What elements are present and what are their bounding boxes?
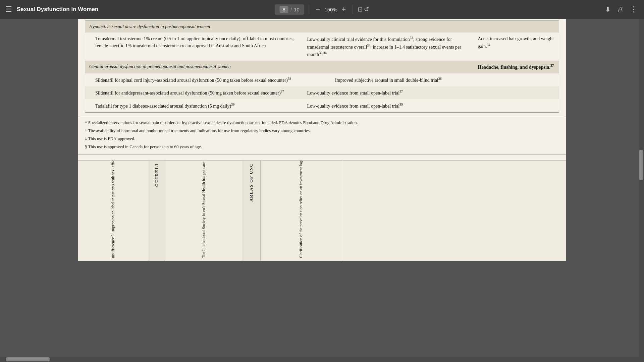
treatment-sildenafil-antidep: Sildenafil for antidepressant-associated… bbox=[85, 86, 303, 99]
horizontal-scrollbar[interactable] bbox=[0, 357, 639, 362]
zoom-in-button[interactable]: + bbox=[340, 5, 348, 14]
table-row: Genital arousal dysfunction in premenopa… bbox=[85, 61, 559, 73]
toolbar: ☰ Sexual Dysfunction in Women 8 / 10 − 1… bbox=[0, 0, 644, 19]
zoom-level: 150% bbox=[322, 7, 340, 12]
evidence-sildenafil-antidep: Low-quality evidence from small open-lab… bbox=[303, 86, 474, 99]
section-header-genital-side: Headache, flushing, and dyspepsia.37 bbox=[474, 61, 559, 73]
table-row: Hypoactive sexual desire dysfunction in … bbox=[85, 21, 559, 33]
menu-button[interactable]: ☰ bbox=[5, 5, 12, 14]
treatment-sildenafil-spinal: Sildenafil for spinal cord injury–associ… bbox=[85, 73, 303, 86]
footnote-3: ‡ This use is FDA-approved. bbox=[85, 135, 559, 142]
footnote-1: * Specialized interventions for sexual p… bbox=[85, 119, 559, 126]
vertical-scrollbar[interactable] bbox=[639, 19, 644, 362]
section-header-hypoactive-col3 bbox=[474, 21, 559, 33]
document-title: Sexual Dysfunction in Women bbox=[17, 6, 98, 13]
table-row: Transdermal testosterone 1% cream (0.5 t… bbox=[85, 33, 559, 61]
history-button[interactable]: ↺ bbox=[364, 6, 369, 13]
table-row: Sildenafil for spinal cord injury–associ… bbox=[85, 73, 559, 86]
rotated-col-1: insufficiency.⁵² Bupropion an label in p… bbox=[78, 161, 148, 261]
rotated-col-filler bbox=[341, 161, 566, 261]
divider-2 bbox=[353, 5, 353, 14]
rotated-header-areas: AREAS OF UNC bbox=[249, 163, 254, 201]
print-button[interactable]: 🖨 bbox=[617, 6, 624, 13]
rotated-col-5: Clarification of the prevalen tion relie… bbox=[261, 161, 341, 261]
footnotes-section: * Specialized interventions for sexual p… bbox=[78, 116, 566, 155]
divider-1 bbox=[309, 5, 309, 14]
section-header-hypoactive: Hypoactive sexual desire dysfunction in … bbox=[85, 21, 474, 33]
current-page[interactable]: 8 bbox=[280, 6, 288, 13]
zoom-out-button[interactable]: − bbox=[314, 5, 322, 14]
evidence-testosterone: Low-quality clinical trial evidence for … bbox=[303, 33, 474, 61]
rotated-text-5: Clarification of the prevalen tion relie… bbox=[297, 161, 305, 259]
treatment-testosterone: Transdermal testosterone 1% cream (0.5 t… bbox=[85, 33, 303, 61]
page-nav-container: 8 / 10 bbox=[275, 4, 304, 15]
pdf-page: Hypoactive sexual desire dysfunction in … bbox=[78, 19, 566, 261]
total-pages: 10 bbox=[294, 7, 300, 12]
page-navigation: 8 / 10 − 150% + ⊡ ↺ bbox=[275, 4, 369, 15]
rotated-col-areas: AREAS OF UNC bbox=[242, 161, 261, 261]
rotated-text-section: insufficiency.⁵² Bupropion an label in p… bbox=[78, 160, 566, 261]
rotated-text-3: The International Society fo en's Sexual… bbox=[200, 161, 208, 259]
rotated-col-3: The International Society fo en's Sexual… bbox=[165, 161, 242, 261]
content-area: Hypoactive sexual desire dysfunction in … bbox=[0, 19, 644, 362]
table-row: Tadalafil for type 1 diabetes-associated… bbox=[85, 99, 559, 112]
page-sep: / bbox=[290, 7, 292, 12]
more-options-button[interactable]: ⋮ bbox=[630, 5, 637, 14]
footnote-2: † The availability of hormonal and nonho… bbox=[85, 127, 559, 134]
side-effects-sildenafil-spinal bbox=[474, 73, 559, 86]
side-effects-testosterone: Acne, increased hair growth, and weight … bbox=[474, 33, 559, 61]
footnote-4: § This use is approved in Canada for per… bbox=[85, 143, 559, 150]
table-section: Hypoactive sexual desire dysfunction in … bbox=[78, 19, 566, 116]
rotated-text-1: insufficiency.⁵² Bupropion an label in p… bbox=[109, 161, 117, 259]
side-effects-sildenafil-antidep bbox=[474, 86, 559, 99]
rotated-col-guideli: GUIDELI bbox=[148, 161, 165, 261]
treatment-tadalafil: Tadalafil for type 1 diabetes-associated… bbox=[85, 99, 303, 112]
evidence-tadalafil: Low-quality evidence from small open-lab… bbox=[303, 99, 474, 112]
medication-table: Hypoactive sexual desire dysfunction in … bbox=[85, 20, 559, 113]
rotated-header-guideli: GUIDELI bbox=[154, 163, 159, 187]
table-row: Sildenafil for antidepressant-associated… bbox=[85, 86, 559, 99]
section-header-genital: Genital arousal dysfunction in premenopa… bbox=[85, 61, 474, 73]
side-effects-tadalafil bbox=[474, 99, 559, 112]
fit-page-button[interactable]: ⊡ bbox=[358, 6, 363, 13]
horizontal-scrollbar-thumb[interactable] bbox=[6, 357, 50, 361]
download-button[interactable]: ⬇ bbox=[605, 5, 611, 13]
evidence-sildenafil-spinal: Improved subjective arousal in small dou… bbox=[303, 73, 474, 86]
scrollbar-thumb[interactable] bbox=[639, 150, 643, 180]
toolbar-right: ⬇ 🖨 ⋮ bbox=[605, 5, 637, 14]
